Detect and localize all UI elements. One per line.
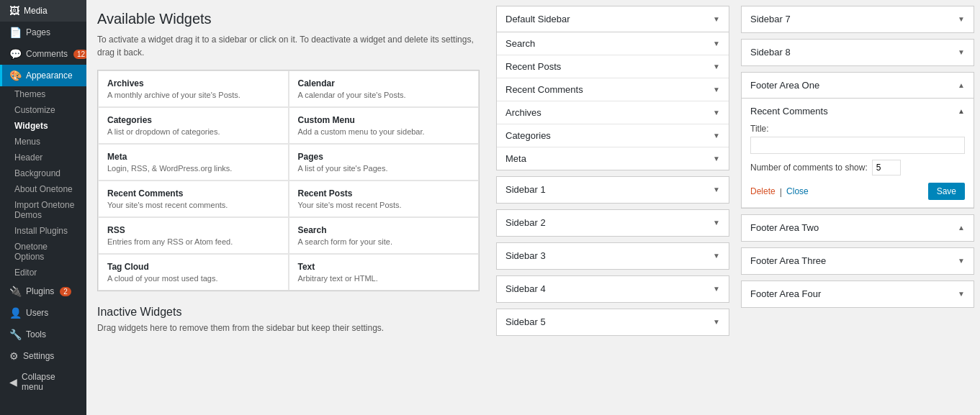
- sidebar-item-pages[interactable]: 📄 Pages: [0, 22, 86, 43]
- list-item[interactable]: Categories ▼: [497, 124, 729, 147]
- comments-badge: 12: [73, 50, 86, 59]
- sidebar-item-media[interactable]: 🖼 Media: [0, 0, 86, 22]
- footer-area-three: Footer Area Three ▼: [741, 247, 974, 275]
- appearance-icon: 🎨: [9, 70, 22, 81]
- sidebar-sub-install-plugins[interactable]: Install Plugins: [0, 223, 86, 239]
- footer-area-one-header[interactable]: Footer Area One ▲: [742, 73, 974, 99]
- right-column: Sidebar 7 ▼ Sidebar 8 ▼ Footer Area One …: [735, 0, 980, 415]
- list-item[interactable]: Recent Comments Your site's most recent …: [98, 181, 289, 217]
- list-item[interactable]: Pages A list of your site's Pages.: [289, 144, 480, 181]
- recent-comments-widget: Recent Comments ▲ Title: Number of comme…: [742, 99, 974, 208]
- widget-save-button[interactable]: Save: [928, 183, 965, 200]
- chevron-down-icon: ▼: [713, 132, 720, 140]
- admin-sidebar: 🖼 Media 📄 Pages 💬 Comments 12 🎨 Appearan…: [0, 0, 86, 415]
- num-comments-input[interactable]: [872, 160, 901, 175]
- default-sidebar-arrow: ▼: [713, 15, 720, 23]
- chevron-down-icon: ▼: [713, 219, 720, 227]
- list-item[interactable]: Recent Posts Your site's most recent Pos…: [289, 181, 480, 217]
- sidebar8-area: Sidebar 8 ▼: [741, 39, 974, 66]
- list-item[interactable]: Archives ▼: [497, 101, 729, 124]
- footer-area-four-header[interactable]: Footer Area Four ▼: [742, 281, 974, 307]
- sidebar-sub-customize[interactable]: Customize: [0, 102, 86, 118]
- actions-separator: |: [780, 186, 782, 197]
- tools-icon: 🔧: [9, 329, 22, 340]
- pages-icon: 📄: [9, 27, 22, 38]
- list-item[interactable]: Recent Comments ▼: [497, 78, 729, 101]
- widget-close-link[interactable]: Close: [786, 186, 809, 196]
- chevron-down-icon: ▼: [713, 252, 720, 260]
- sidebar7-header[interactable]: Sidebar 7 ▼: [742, 6, 974, 32]
- chevron-down-icon: ▼: [713, 285, 720, 293]
- sidebar-item-comments[interactable]: 💬 Comments 12: [0, 43, 86, 65]
- chevron-down-icon: ▼: [958, 15, 965, 23]
- recent-comments-widget-body: Title: Number of comments to show: Delet…: [750, 117, 965, 200]
- recent-comments-widget-header[interactable]: Recent Comments ▲: [750, 106, 965, 117]
- sidebar3-header[interactable]: Sidebar 3 ▼: [497, 243, 729, 269]
- sidebar-sub-menus[interactable]: Menus: [0, 134, 86, 150]
- list-item[interactable]: Calendar A calendar of your site's Posts…: [289, 70, 480, 107]
- list-item[interactable]: Text Arbitrary text or HTML.: [289, 254, 480, 291]
- sidebar-sub-onetone-options[interactable]: Onetone Options: [0, 239, 86, 265]
- num-comments-label: Number of comments to show:: [750, 163, 868, 173]
- sidebar-sub-editor[interactable]: Editor: [0, 265, 86, 281]
- sidebar5-area: Sidebar 5 ▼: [496, 309, 729, 336]
- sidebar5-header[interactable]: Sidebar 5 ▼: [497, 309, 729, 335]
- widget-actions: Delete | Close Save: [750, 183, 965, 200]
- list-item[interactable]: Categories A list or dropdown of categor…: [98, 107, 289, 144]
- sidebar-sub-themes[interactable]: Themes: [0, 86, 86, 102]
- sidebar3-area: Sidebar 3 ▼: [496, 242, 729, 270]
- list-item[interactable]: Custom Menu Add a custom menu to your si…: [289, 107, 480, 144]
- default-sidebar-title: Default Sidebar: [505, 14, 570, 24]
- chevron-up-icon: ▲: [958, 224, 965, 232]
- comments-icon: 💬: [9, 48, 22, 60]
- widgets-grid: Archives A monthly archive of your site'…: [97, 70, 480, 291]
- list-item[interactable]: Tag Cloud A cloud of your most used tags…: [98, 254, 289, 291]
- footer-area-four: Footer Area Four ▼: [741, 281, 974, 308]
- chevron-down-icon: ▼: [713, 63, 720, 70]
- chevron-down-icon: ▼: [713, 186, 720, 193]
- list-item[interactable]: RSS Entries from any RSS or Atom feed.: [98, 217, 289, 254]
- chevron-down-icon: ▼: [713, 155, 720, 163]
- sidebar-sub-import-onetone[interactable]: Import Onetone Demos: [0, 197, 86, 223]
- list-item[interactable]: Meta Login, RSS, & WordPress.org links.: [98, 144, 289, 181]
- sidebar-item-appearance[interactable]: 🎨 Appearance: [0, 65, 86, 86]
- sidebar7-area: Sidebar 7 ▼: [741, 6, 974, 33]
- widget-title-input[interactable]: [750, 137, 965, 154]
- chevron-up-icon: ▲: [958, 81, 965, 89]
- footer-area-two-header[interactable]: Footer Area Two ▲: [742, 215, 974, 241]
- chevron-down-icon: ▼: [958, 48, 965, 56]
- list-item[interactable]: Archives A monthly archive of your site'…: [98, 70, 289, 107]
- sidebar-sub-widgets[interactable]: Widgets: [0, 118, 86, 134]
- sidebar-item-collapse[interactable]: ◀ Collapse menu: [0, 367, 86, 397]
- media-icon: 🖼: [9, 5, 19, 17]
- footer-area-three-header[interactable]: Footer Area Three ▼: [742, 248, 974, 274]
- sidebar4-area: Sidebar 4 ▼: [496, 275, 729, 303]
- list-item[interactable]: Search ▼: [497, 32, 729, 55]
- sidebar4-header[interactable]: Sidebar 4 ▼: [497, 276, 729, 302]
- sidebar-item-tools[interactable]: 🔧 Tools: [0, 324, 86, 345]
- sidebar-sub-background[interactable]: Background: [0, 165, 86, 181]
- default-sidebar-area: Default Sidebar ▼ Search ▼ Recent Posts …: [496, 6, 729, 170]
- sidebar-item-users[interactable]: 👤 Users: [0, 302, 86, 324]
- collapse-icon: ◀: [9, 376, 17, 388]
- widgets-panel: Available Widgets To activate a widget d…: [86, 0, 490, 415]
- sidebar1-header[interactable]: Sidebar 1 ▼: [497, 177, 729, 203]
- sidebar-item-plugins[interactable]: 🔌 Plugins 2: [0, 281, 86, 302]
- sidebar-item-settings[interactable]: ⚙ Settings: [0, 345, 86, 367]
- footer-area-one: Footer Area One ▲ Recent Comments ▲ Titl…: [741, 72, 974, 209]
- widget-delete-link[interactable]: Delete: [750, 186, 776, 196]
- list-item[interactable]: Recent Posts ▼: [497, 55, 729, 78]
- list-item[interactable]: Meta ▼: [497, 147, 729, 170]
- default-sidebar-header[interactable]: Default Sidebar ▼: [497, 6, 729, 32]
- users-icon: 👤: [9, 307, 22, 319]
- sidebar8-header[interactable]: Sidebar 8 ▼: [742, 40, 974, 65]
- footer-area-one-title: Footer Area One: [750, 80, 819, 91]
- chevron-down-icon: ▼: [713, 86, 720, 94]
- sidebar-sub-header[interactable]: Header: [0, 150, 86, 165]
- chevron-down-icon: ▼: [713, 109, 720, 117]
- sidebar-sub-about-onetone[interactable]: About Onetone: [0, 181, 86, 197]
- footer-area-two: Footer Area Two ▲: [741, 214, 974, 242]
- list-item[interactable]: Search A search form for your site.: [289, 217, 480, 254]
- sidebar2-header[interactable]: Sidebar 2 ▼: [497, 210, 729, 236]
- plugins-badge: 2: [60, 287, 71, 296]
